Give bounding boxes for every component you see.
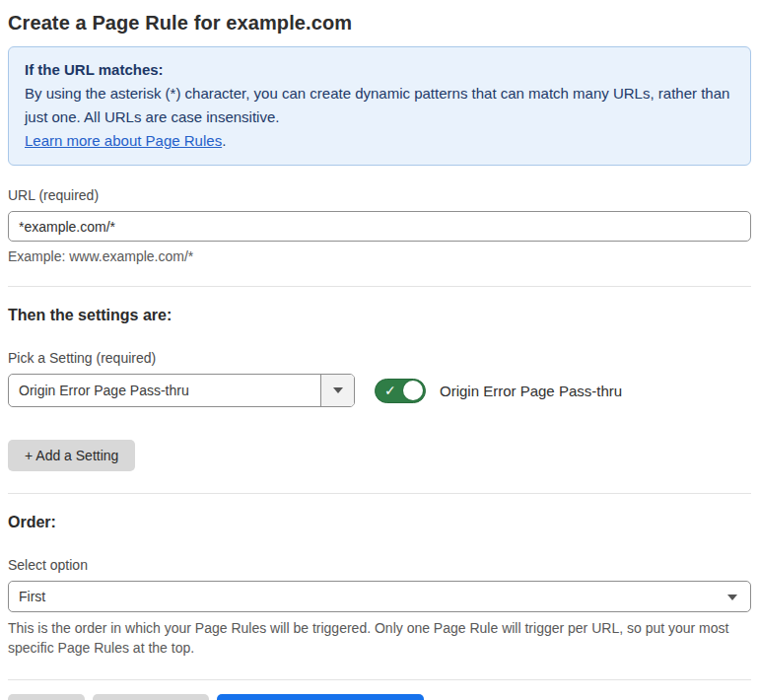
toggle-label: Origin Error Page Pass-thru [440, 383, 622, 399]
divider [8, 286, 751, 287]
toggle-knob [403, 381, 423, 400]
url-field-label: URL (required) [8, 187, 751, 203]
setting-dropdown-arrow-button[interactable] [320, 375, 354, 406]
order-select[interactable]: First [8, 581, 751, 612]
info-box-link-line: Learn more about Page Rules. [25, 129, 734, 153]
order-select-label: Select option [8, 557, 751, 573]
settings-section-heading: Then the settings are: [8, 307, 751, 324]
chevron-down-icon [333, 387, 343, 393]
save-and-deploy-button[interactable]: Save and Deploy Page Rule [217, 694, 424, 700]
page-title: Create a Page Rule for example.com [8, 12, 751, 35]
setting-picker-label: Pick a Setting (required) [8, 350, 751, 366]
cancel-button[interactable]: Cancel [8, 694, 85, 700]
setting-controls-row: Origin Error Page Pass-thru ✓ Origin Err… [8, 374, 751, 407]
footer-actions: Cancel Save as Draft Save and Deploy Pag… [8, 694, 751, 700]
check-icon: ✓ [384, 384, 396, 397]
url-input[interactable] [8, 211, 751, 242]
setting-dropdown-value: Origin Error Page Pass-thru [9, 375, 320, 406]
setting-dropdown[interactable]: Origin Error Page Pass-thru [8, 374, 355, 407]
order-section-heading: Order: [8, 514, 751, 531]
info-box-body: By using the asterisk (*) character, you… [25, 82, 734, 129]
link-suffix: . [222, 132, 226, 149]
url-match-info-box: If the URL matches: By using the asteris… [8, 46, 751, 166]
save-as-draft-button[interactable]: Save as Draft [93, 694, 210, 700]
divider [8, 493, 751, 494]
order-help-text: This is the order in which your Page Rul… [8, 618, 749, 658]
add-setting-button[interactable]: + Add a Setting [8, 440, 135, 471]
origin-error-toggle[interactable]: ✓ [375, 379, 426, 403]
learn-more-link[interactable]: Learn more about Page Rules [25, 132, 222, 149]
divider [8, 679, 751, 680]
info-box-heading: If the URL matches: [25, 58, 734, 82]
order-select-value: First [19, 589, 45, 604]
url-example-text: Example: www.example.com/* [8, 248, 751, 264]
chevron-down-icon [727, 595, 737, 600]
